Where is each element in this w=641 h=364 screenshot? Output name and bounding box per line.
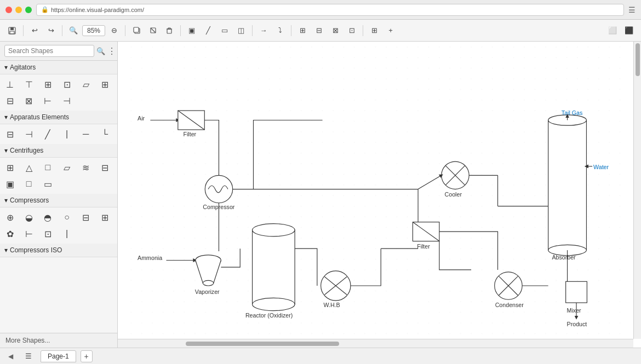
shape-item[interactable]: ○ bbox=[59, 210, 75, 225]
shape-item[interactable]: ▱ bbox=[59, 160, 75, 175]
shape-item[interactable]: ⊢ bbox=[21, 226, 37, 241]
shape-item[interactable]: ─ bbox=[78, 126, 94, 142]
grid-button[interactable]: ⊞ bbox=[367, 23, 382, 38]
shape-item[interactable]: ⊟ bbox=[78, 210, 94, 225]
copy-button[interactable] bbox=[129, 23, 144, 38]
shape-item[interactable]: ⊠ bbox=[21, 93, 37, 108]
chevron-apparatus-icon: ▾ bbox=[4, 113, 8, 121]
horizontal-scroll-thumb[interactable] bbox=[186, 342, 339, 346]
shape-item[interactable]: └ bbox=[97, 126, 112, 142]
shape-item[interactable]: ◓ bbox=[40, 210, 55, 225]
close-button[interactable] bbox=[5, 7, 12, 13]
condenser-shape[interactable] bbox=[495, 272, 522, 299]
maximize-button[interactable] bbox=[25, 7, 32, 13]
panel-toggle-1[interactable]: ⬜ bbox=[605, 23, 620, 38]
whb-shape[interactable] bbox=[321, 271, 351, 301]
collapse-button[interactable]: ◀ bbox=[4, 350, 16, 362]
shape-item[interactable]: ⊣ bbox=[21, 126, 37, 142]
diagram-canvas[interactable]: Air Filter Compressor Ammonia bbox=[118, 42, 633, 339]
shape-item[interactable]: ⊞ bbox=[40, 77, 55, 92]
delete-button[interactable] bbox=[162, 23, 177, 38]
shape-item[interactable]: ⊟ bbox=[2, 126, 18, 142]
cut-button[interactable] bbox=[145, 23, 161, 38]
vertical-scrollbar[interactable] bbox=[633, 42, 641, 339]
shape-style-button[interactable]: ▭ bbox=[217, 23, 232, 38]
mixer-label: Mixer bbox=[567, 307, 581, 314]
mixer-shape[interactable] bbox=[566, 281, 587, 303]
shape-item[interactable]: ▣ bbox=[2, 176, 18, 192]
menu-button[interactable]: ☰ bbox=[628, 5, 636, 14]
shape-item[interactable]: ⊞ bbox=[2, 160, 18, 175]
tail-gas-label[interactable]: Tail Gas bbox=[562, 109, 583, 116]
chevron-compressors-iso-icon: ▾ bbox=[4, 246, 8, 254]
water-label[interactable]: Water bbox=[593, 164, 609, 170]
whb-label: W.H.B bbox=[323, 302, 340, 308]
cooler-shape[interactable] bbox=[442, 161, 469, 189]
fill-button[interactable]: ▣ bbox=[184, 23, 199, 38]
shape-item[interactable]: △ bbox=[21, 160, 37, 175]
shape-item[interactable]: | bbox=[59, 126, 75, 142]
canvas-area[interactable]: Air Filter Compressor Ammonia bbox=[118, 42, 641, 348]
arrange-button[interactable]: ⊞ bbox=[295, 23, 310, 38]
shape-item[interactable]: ⊞ bbox=[97, 77, 112, 92]
ammonia-label: Ammonia bbox=[138, 255, 162, 261]
panel-toggle-2[interactable]: ⬛ bbox=[621, 23, 637, 38]
filter2-label: Filter bbox=[417, 243, 430, 250]
shape-item[interactable]: ⊥ bbox=[2, 77, 18, 92]
undo-button[interactable]: ↩ bbox=[27, 23, 42, 38]
horizontal-scrollbar[interactable] bbox=[118, 339, 633, 348]
add-button[interactable]: + bbox=[383, 23, 398, 38]
traffic-lights bbox=[5, 7, 32, 13]
status-menu-button[interactable]: ☰ bbox=[21, 349, 36, 364]
toolbar: ↩ ↪ 🔍 85% ⊖ ▣ ╱ ▭ ◫ → ⤵ ⊞ ⊟ ⊠ ⊡ ⊞ + ⬜ ⬛ bbox=[0, 20, 641, 42]
compressor-shape[interactable] bbox=[205, 175, 232, 203]
shape-item[interactable]: ▭ bbox=[40, 176, 55, 192]
search-input[interactable] bbox=[4, 45, 94, 57]
add-page-button[interactable]: + bbox=[81, 350, 93, 362]
shape-item[interactable]: ⊡ bbox=[40, 226, 55, 241]
shape-item[interactable]: ⊡ bbox=[59, 77, 75, 92]
save-button[interactable] bbox=[4, 23, 20, 38]
shape-item[interactable]: ✿ bbox=[2, 226, 18, 241]
section-centrifuges[interactable]: ▾ Centrifuges bbox=[0, 144, 117, 158]
waypoint-button[interactable]: ⤵ bbox=[272, 23, 288, 38]
shape-item[interactable]: ≋ bbox=[78, 160, 94, 175]
redo-button[interactable]: ↪ bbox=[43, 23, 59, 38]
shape-item[interactable]: □ bbox=[21, 176, 37, 192]
shadow-button[interactable]: ◫ bbox=[233, 23, 249, 38]
line-color-button[interactable]: ╱ bbox=[201, 23, 216, 38]
shape-item[interactable]: ⊤ bbox=[21, 77, 37, 92]
shape-item[interactable]: ⊢ bbox=[40, 93, 55, 108]
sidebar-scroll[interactable]: ▾ Agitators ⊥ ⊤ ⊞ ⊡ ▱ ⊞ ⊟ ⊠ ⊢ ⊣ ▾ Appara… bbox=[0, 61, 117, 333]
vertical-scroll-thumb[interactable] bbox=[636, 43, 640, 76]
search-icon[interactable]: 🔍 bbox=[96, 47, 105, 55]
shape-item[interactable]: □ bbox=[40, 160, 55, 175]
shape-item[interactable]: ◒ bbox=[21, 210, 37, 225]
section-compressors-iso[interactable]: ▾ Compressors ISO bbox=[0, 244, 117, 257]
shape-item[interactable]: ⊞ bbox=[97, 210, 112, 225]
shape-item[interactable]: ⊕ bbox=[2, 210, 18, 225]
more-shapes-button[interactable]: More Shapes... bbox=[0, 333, 117, 348]
connection-button[interactable]: → bbox=[256, 23, 271, 38]
product-label: Product bbox=[567, 321, 587, 327]
distribute-button[interactable]: ⊡ bbox=[344, 23, 359, 38]
section-compressors[interactable]: ▾ Compressors bbox=[0, 194, 117, 207]
shape-item[interactable]: ⊣ bbox=[59, 93, 75, 108]
minimize-button[interactable] bbox=[15, 7, 22, 13]
shape-item[interactable]: ⊟ bbox=[97, 160, 112, 175]
reactor-shape[interactable] bbox=[253, 224, 295, 311]
more-options-button[interactable]: ⋮ bbox=[107, 46, 116, 56]
url-bar[interactable]: 🔒 https://online.visual-paradigm.com/ bbox=[36, 4, 624, 16]
page-tab[interactable]: Page-1 bbox=[41, 350, 76, 362]
shape-item[interactable]: ╱ bbox=[40, 126, 55, 142]
section-agitators[interactable]: ▾ Agitators bbox=[0, 61, 117, 74]
shape-item[interactable]: | bbox=[59, 226, 75, 241]
group-button[interactable]: ⊟ bbox=[311, 23, 327, 38]
shape-item[interactable]: ⊟ bbox=[2, 93, 18, 108]
absorber-shape[interactable] bbox=[548, 115, 587, 256]
shape-item[interactable]: ▱ bbox=[78, 77, 94, 92]
zoom-value[interactable]: 85% bbox=[82, 25, 105, 36]
align-button[interactable]: ⊠ bbox=[328, 23, 343, 38]
zoom-out-button[interactable]: ⊖ bbox=[106, 23, 122, 38]
section-apparatus[interactable]: ▾ Apparatus Elements bbox=[0, 111, 117, 124]
